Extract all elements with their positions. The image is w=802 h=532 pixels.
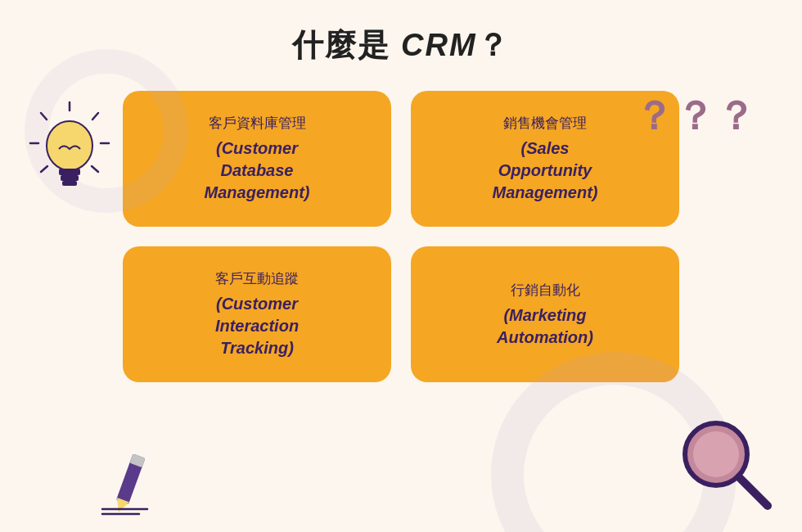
card-marketing-automation-english: (MarketingAutomation) <box>497 304 593 349</box>
card-interaction-tracking-english: (CustomerInteractionTracking) <box>215 293 299 359</box>
question-marks-decoration: ？？？ <box>634 90 757 142</box>
pencil-icon <box>98 450 164 516</box>
card-db-management-english: (CustomerDatabaseManagement) <box>205 138 310 204</box>
svg-point-7 <box>47 121 92 170</box>
title-crm: CRM <box>401 28 477 62</box>
card-db-management-chinese: 客戶資料庫管理 <box>209 114 306 133</box>
svg-line-6 <box>92 166 98 172</box>
card-interaction-tracking-chinese: 客戶互動追蹤 <box>215 269 299 288</box>
card-sales-opportunity-english: (SalesOpportunityManagement) <box>493 138 598 204</box>
svg-line-1 <box>41 113 47 119</box>
svg-line-3 <box>41 166 47 172</box>
title-prefix: 什麼是 <box>292 28 401 62</box>
card-sales-opportunity-chinese: 銷售機會管理 <box>503 114 587 133</box>
svg-rect-10 <box>62 181 77 186</box>
svg-line-4 <box>92 113 98 119</box>
svg-line-13 <box>739 477 768 506</box>
card-interaction-tracking: 客戶互動追蹤 (CustomerInteractionTracking) <box>123 246 391 382</box>
card-marketing-automation-chinese: 行銷自動化 <box>511 281 580 300</box>
lightbulb-icon <box>25 98 115 205</box>
cards-grid: 客戶資料庫管理 (CustomerDatabaseManagement) 銷售機… <box>123 91 679 382</box>
title-suffix: ？ <box>477 28 510 62</box>
svg-rect-9 <box>61 175 79 181</box>
magnifier-icon <box>671 409 777 516</box>
svg-rect-8 <box>59 169 80 175</box>
svg-point-12 <box>693 431 739 477</box>
